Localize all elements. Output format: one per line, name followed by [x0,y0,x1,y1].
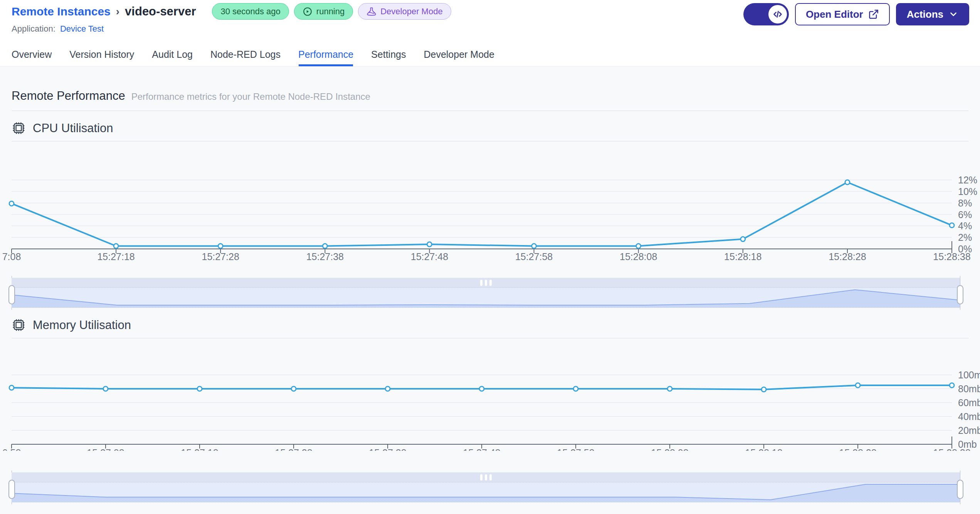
tab-settings[interactable]: Settings [371,42,406,66]
cpu-brush-handle-right[interactable] [957,285,963,304]
svg-text:15:27:18: 15:27:18 [181,447,218,451]
svg-text:80mb: 80mb [958,383,980,394]
developer-mode-label: Developer Mode [380,7,442,17]
svg-text:20mb: 20mb [958,425,980,436]
svg-text:8%: 8% [958,198,972,208]
svg-text:12%: 12% [958,175,977,185]
svg-text:4%: 4% [958,220,972,231]
external-link-icon [868,9,879,20]
tab-audit-log[interactable]: Audit Log [152,42,193,66]
svg-text:100mb: 100mb [958,370,980,380]
memory-utilisation-chart[interactable]: 0mb20mb40mb60mb80mb100mb6:5815:27:0815:2… [0,338,980,451]
cpu-section-title: CPU Utilisation [12,121,968,135]
memory-brush-grip-icon[interactable] [480,474,492,480]
actions-label: Actions [907,8,943,20]
svg-text:15:28:28: 15:28:28 [839,447,876,451]
header-controls: Open Editor Actions [743,3,969,25]
svg-text:15:27:28: 15:27:28 [202,251,239,262]
memory-brush-track[interactable] [12,472,960,482]
running-status-badge: running [294,3,353,20]
svg-text:15:27:48: 15:27:48 [463,447,500,451]
actions-button[interactable]: Actions [896,3,969,25]
page-heading: Remote Performance Performance metrics f… [0,67,980,103]
page-subtitle: Performance metrics for your Remote Node… [131,91,370,102]
svg-text:15:27:28: 15:27:28 [275,447,312,451]
memory-brush-selection[interactable] [12,482,960,502]
svg-text:15:27:58: 15:27:58 [557,447,594,451]
svg-text:15:28:38: 15:28:38 [933,251,970,262]
memory-section-label: Memory Utilisation [33,318,131,332]
memory-chart-brush[interactable] [12,472,960,502]
svg-text:7:08: 7:08 [2,251,21,262]
memory-section-title: Memory Utilisation [12,318,968,332]
beaker-icon [366,7,377,17]
editor-toggle[interactable] [743,3,789,25]
svg-text:15:28:08: 15:28:08 [620,251,657,262]
open-editor-button[interactable]: Open Editor [795,3,890,25]
svg-text:15:27:38: 15:27:38 [369,447,406,451]
play-circle-icon [303,7,313,17]
application-link[interactable]: Device Test [60,24,104,34]
open-editor-label: Open Editor [806,8,863,20]
svg-text:15:28:18: 15:28:18 [745,447,782,451]
application-line: Application: Device Test [12,24,104,34]
svg-text:15:28:38: 15:28:38 [933,447,970,451]
svg-text:40mb: 40mb [958,411,980,422]
breadcrumb: Remote Instances › video-server 30 secon… [12,3,451,20]
memory-brush-handle-right[interactable] [957,480,963,499]
chevron-down-icon [948,9,958,19]
instance-name: video-server [125,5,196,18]
cpu-utilisation-chart[interactable]: 0%2%4%6%8%10%12%7:0815:27:1815:27:2815:2… [0,141,980,269]
svg-text:15:28:28: 15:28:28 [829,251,866,262]
page-title: Remote Performance [12,89,125,103]
svg-text:15:28:18: 15:28:18 [724,251,761,262]
status-badges: 30 seconds ago running Developer Mode [212,3,451,20]
svg-text:10%: 10% [958,186,977,197]
memory-brush-handle-left[interactable] [8,480,15,499]
tab-overview[interactable]: Overview [12,42,52,66]
svg-text:15:27:08: 15:27:08 [87,447,124,451]
svg-text:2%: 2% [958,232,972,243]
svg-text:15:27:48: 15:27:48 [411,251,448,262]
divider [12,111,968,111]
breadcrumb-separator: › [116,5,119,18]
breadcrumb-remote-instances[interactable]: Remote Instances [12,5,111,18]
toggle-knob[interactable] [768,5,787,24]
tab-performance[interactable]: Performance [298,42,353,66]
running-status-label: running [316,7,345,17]
cpu-chart-brush[interactable] [12,278,960,308]
svg-text:15:27:38: 15:27:38 [306,251,344,262]
page-header: Remote Instances › video-server 30 secon… [0,0,980,42]
last-seen-badge: 30 seconds ago [212,3,289,20]
cpu-section-label: CPU Utilisation [33,121,113,135]
tab-version-history[interactable]: Version History [69,42,134,66]
main-content: Remote Performance Performance metrics f… [0,67,980,514]
svg-text:6:58: 6:58 [2,447,21,451]
tab-bar: Overview Version History Audit Log Node-… [0,42,980,67]
svg-text:6%: 6% [958,209,972,220]
last-seen-label: 30 seconds ago [220,7,280,17]
svg-text:15:27:58: 15:27:58 [515,251,553,262]
tab-node-red-logs[interactable]: Node-RED Logs [210,42,281,66]
cpu-brush-selection[interactable] [12,288,960,308]
cpu-chip-icon [12,121,26,135]
svg-text:15:27:18: 15:27:18 [97,251,134,262]
developer-mode-badge: Developer Mode [358,3,451,20]
cpu-chip-icon [12,318,26,332]
code-icon [772,8,783,20]
cpu-brush-grip-icon[interactable] [480,280,492,286]
cpu-brush-track[interactable] [12,278,960,288]
svg-text:15:28:08: 15:28:08 [651,447,688,451]
svg-text:60mb: 60mb [958,397,980,408]
cpu-brush-handle-left[interactable] [8,285,15,304]
application-label: Application: [12,24,55,34]
tab-developer-mode[interactable]: Developer Mode [424,42,494,66]
